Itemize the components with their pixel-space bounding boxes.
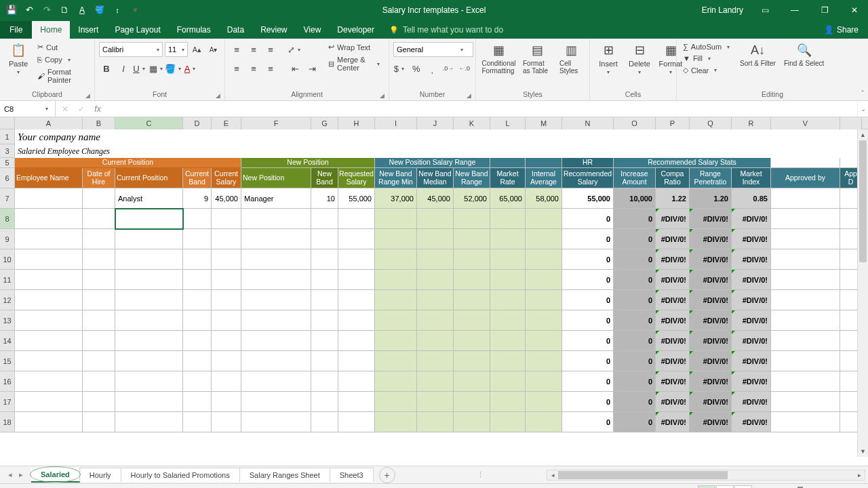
cell[interactable]: Market Rate [490, 168, 526, 188]
cell[interactable]: Manager [241, 188, 311, 209]
cell[interactable] [241, 310, 311, 331]
cell[interactable] [212, 310, 241, 331]
cell[interactable] [417, 310, 454, 331]
share-button[interactable]: 👤Share [814, 21, 868, 39]
cell[interactable] [375, 331, 417, 351]
cell[interactable] [526, 351, 562, 371]
cell[interactable] [212, 331, 241, 351]
select-all-corner[interactable] [0, 117, 15, 129]
cell[interactable]: 0 [614, 209, 656, 229]
scroll-right-arrow[interactable]: ▸ [854, 472, 865, 479]
row-header-1[interactable]: 1 [0, 129, 15, 144]
cell[interactable]: 55,000 [562, 188, 614, 209]
cell[interactable] [15, 290, 83, 310]
cell[interactable] [338, 229, 375, 249]
cell[interactable] [183, 290, 212, 310]
cell[interactable]: #DIV/0! [690, 229, 732, 249]
cell[interactable] [83, 310, 115, 331]
cell[interactable]: Market Index [732, 168, 771, 188]
cell[interactable] [241, 290, 311, 310]
cell[interactable] [183, 351, 212, 371]
new-sheet-button[interactable]: + [379, 467, 395, 483]
row-header-10[interactable]: 10 [0, 249, 15, 270]
cell[interactable] [490, 392, 526, 412]
cell[interactable]: 0 [562, 270, 614, 290]
cell[interactable] [454, 351, 490, 371]
cell[interactable] [241, 371, 311, 392]
column-header-L[interactable]: L [490, 117, 526, 129]
sheet-tab-sheet3[interactable]: Sheet3 [330, 468, 374, 482]
page-break-view-button[interactable]: ▥ [734, 485, 752, 489]
cell[interactable] [83, 412, 115, 432]
cell[interactable] [311, 270, 338, 290]
normal-view-button[interactable]: ▦ [698, 485, 715, 489]
cell[interactable]: #DIV/0! [690, 249, 732, 270]
scroll-up-arrow[interactable]: ▲ [858, 129, 868, 140]
cell[interactable] [338, 331, 375, 351]
decrease-decimal-icon[interactable]: ←.0 [457, 61, 471, 76]
font-color-button[interactable]: A▾ [184, 61, 199, 76]
decrease-indent-icon[interactable]: ⇤ [288, 61, 302, 76]
cell[interactable]: 37,000 [375, 188, 417, 209]
scroll-down-arrow[interactable]: ▼ [858, 446, 868, 457]
tab-file[interactable]: File [0, 21, 32, 39]
cell[interactable] [338, 290, 375, 310]
cell[interactable] [183, 209, 212, 229]
cell[interactable] [15, 188, 83, 209]
cell[interactable] [15, 331, 83, 351]
column-header-[interactable] [840, 117, 862, 129]
enter-formula-icon[interactable]: ✓ [75, 104, 88, 114]
cell[interactable]: #DIV/0! [732, 371, 771, 392]
cell[interactable]: 52,000 [454, 188, 490, 209]
cell[interactable]: Recommended Salary [562, 168, 614, 188]
cell[interactable]: 0 [614, 331, 656, 351]
cell[interactable] [490, 351, 526, 371]
cell[interactable] [83, 249, 115, 270]
cell[interactable]: Internal Average [526, 168, 562, 188]
alignment-launcher-icon[interactable]: ◢ [380, 92, 384, 99]
cell[interactable]: 0 [614, 290, 656, 310]
cell[interactable] [241, 270, 311, 290]
cell[interactable]: 0 [562, 229, 614, 249]
cell[interactable] [338, 249, 375, 270]
cell[interactable] [212, 351, 241, 371]
cell[interactable]: #DIV/0! [732, 392, 771, 412]
cell[interactable] [771, 249, 840, 270]
cell[interactable]: 0 [614, 229, 656, 249]
cell[interactable]: 0 [562, 412, 614, 432]
column-header-A[interactable]: A [15, 117, 83, 129]
qat-customize-dropdown[interactable]: ▾ [129, 4, 141, 16]
cell[interactable] [15, 310, 83, 331]
cell[interactable] [454, 392, 490, 412]
cell[interactable] [212, 229, 241, 249]
fill-button[interactable]: ▼Fill▾ [681, 54, 734, 63]
vertical-scrollbar[interactable]: ▲ ▼ [857, 129, 868, 457]
horizontal-scrollbar[interactable]: ◂ ▸ [547, 470, 865, 481]
cell[interactable]: 0 [562, 331, 614, 351]
cell[interactable] [490, 290, 526, 310]
collapse-ribbon-icon[interactable]: ˆ [861, 89, 864, 98]
cell[interactable]: 0 [614, 249, 656, 270]
cell[interactable] [771, 270, 840, 290]
spreadsheet-grid[interactable]: ABCDEFGHIJKLMNOPQRV 1Your company name3S… [0, 117, 868, 466]
cell[interactable]: New Position [241, 168, 311, 188]
cell[interactable] [212, 392, 241, 412]
cell[interactable] [417, 290, 454, 310]
accounting-format-icon[interactable]: $▾ [393, 61, 408, 76]
cell[interactable] [490, 412, 526, 432]
tab-developer[interactable]: Developer [329, 21, 382, 39]
cell[interactable] [311, 412, 338, 432]
row-header-14[interactable]: 14 [0, 331, 15, 351]
cell[interactable] [526, 412, 562, 432]
cell[interactable]: 0 [562, 351, 614, 371]
row-height-icon[interactable]: ↕ [111, 4, 123, 16]
cell[interactable] [83, 188, 115, 209]
cell[interactable] [15, 270, 83, 290]
cell[interactable] [490, 209, 526, 229]
cell[interactable]: 65,000 [490, 188, 526, 209]
cell[interactable] [311, 229, 338, 249]
shrink-font-icon[interactable]: A▾ [206, 42, 220, 57]
cell[interactable] [417, 270, 454, 290]
tab-page-layout[interactable]: Page Layout [106, 21, 168, 39]
cell[interactable]: #DIV/0! [732, 412, 771, 432]
